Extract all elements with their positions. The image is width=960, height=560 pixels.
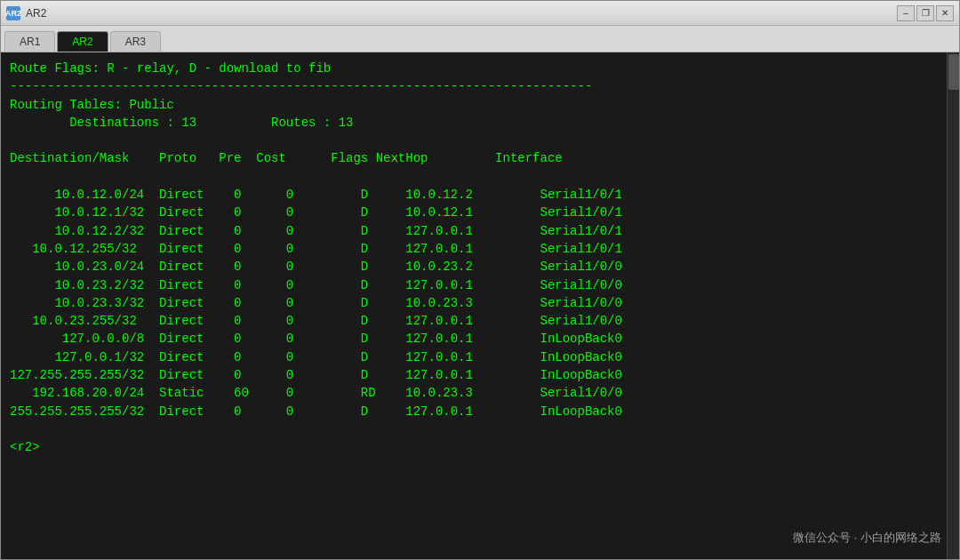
tab-ar1[interactable]: AR1 xyxy=(4,31,55,52)
route-flags-line: Route Flags: R - relay, D - download to … xyxy=(10,60,950,77)
table-row: 10.0.23.255/32 Direct 0 0 D 127.0.0.1 Se… xyxy=(10,312,950,330)
table-row: 192.168.20.0/24 Static 60 0 RD 10.0.23.3… xyxy=(10,384,950,402)
destinations-routes-line: Destinations : 13 Routes : 13 xyxy=(10,114,950,132)
table-row: 10.0.23.2/32 Direct 0 0 D 127.0.0.1 Seri… xyxy=(10,276,950,294)
blank-line-1 xyxy=(10,132,950,149)
table-rows: 10.0.12.0/24 Direct 0 0 D 10.0.12.2 Seri… xyxy=(10,186,950,420)
blank-line-2 xyxy=(10,168,950,186)
table-row: 127.0.0.1/32 Direct 0 0 D 127.0.0.1 InLo… xyxy=(10,348,950,366)
table-header: Destination/Mask Proto Pre Cost Flags Ne… xyxy=(10,149,950,167)
terminal-area[interactable]: Route Flags: R - relay, D - download to … xyxy=(1,52,959,559)
window-controls: – ❐ ✕ xyxy=(897,5,954,21)
tabs-bar: AR1 AR2 AR3 xyxy=(1,26,959,52)
routing-tables-line: Routing Tables: Public xyxy=(10,96,950,114)
table-row: 10.0.12.0/24 Direct 0 0 D 10.0.12.2 Seri… xyxy=(10,186,950,204)
tab-ar3[interactable]: AR3 xyxy=(110,31,161,52)
table-row: 127.0.0.0/8 Direct 0 0 D 127.0.0.1 InLoo… xyxy=(10,330,950,348)
prompt-line: <r2> xyxy=(10,438,950,456)
table-row: 255.255.255.255/32 Direct 0 0 D 127.0.0.… xyxy=(10,403,950,420)
restore-button[interactable]: ❐ xyxy=(916,5,934,21)
blank-line-3 xyxy=(10,420,950,438)
table-row: 127.255.255.255/32 Direct 0 0 D 127.0.0.… xyxy=(10,366,950,384)
close-button[interactable]: ✕ xyxy=(936,5,954,21)
window-title: AR2 xyxy=(26,7,897,20)
scrollbar[interactable] xyxy=(947,52,959,559)
table-row: 10.0.12.1/32 Direct 0 0 D 10.0.12.1 Seri… xyxy=(10,204,950,221)
tab-ar2[interactable]: AR2 xyxy=(57,31,108,52)
watermark: 微信公众号 · 小白的网络之路 xyxy=(793,530,941,546)
title-bar: AR2 AR2 – ❐ ✕ xyxy=(1,1,959,26)
minimize-button[interactable]: – xyxy=(897,5,915,21)
table-row: 10.0.23.3/32 Direct 0 0 D 10.0.23.3 Seri… xyxy=(10,294,950,312)
table-row: 10.0.23.0/24 Direct 0 0 D 10.0.23.2 Seri… xyxy=(10,258,950,276)
window-icon: AR2 xyxy=(6,6,20,20)
table-row: 10.0.12.255/32 Direct 0 0 D 127.0.0.1 Se… xyxy=(10,240,950,258)
separator-line: ----------------------------------------… xyxy=(10,77,950,95)
table-row: 10.0.12.2/32 Direct 0 0 D 127.0.0.1 Seri… xyxy=(10,222,950,240)
scrollbar-thumb[interactable] xyxy=(948,54,959,90)
main-window: AR2 AR2 – ❐ ✕ AR1 AR2 AR3 Route Flags: R… xyxy=(0,0,960,560)
